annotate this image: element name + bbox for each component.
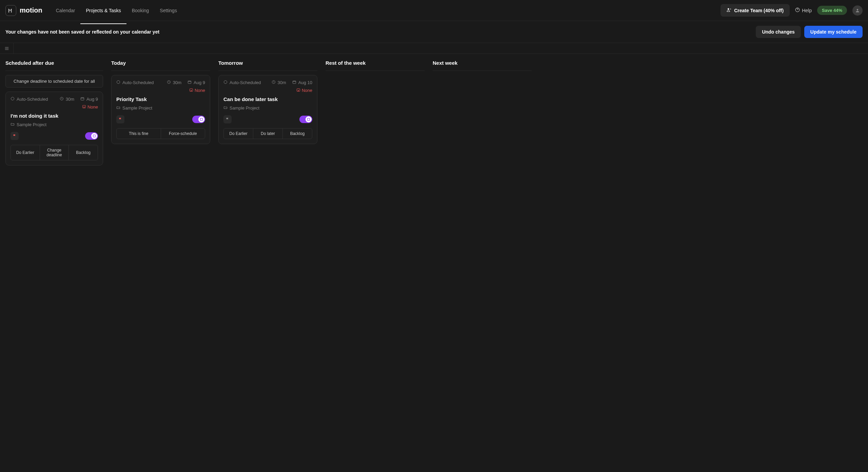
clock-icon xyxy=(60,97,64,102)
flag-icon[interactable] xyxy=(11,132,19,140)
header-right: Create Team (40% off) Help Save 44% xyxy=(721,4,863,17)
schedule-label: Auto-Scheduled xyxy=(122,80,154,85)
task-title: Can be done later task xyxy=(223,96,312,102)
schedule-label: Auto-Scheduled xyxy=(230,80,261,85)
nav-booking[interactable]: Booking xyxy=(126,2,155,19)
flag-toggle-row xyxy=(116,115,205,123)
schedule-label: Auto-Scheduled xyxy=(17,97,48,102)
auto-schedule-toggle[interactable] xyxy=(192,116,205,123)
svg-point-18 xyxy=(224,81,227,84)
folder-icon xyxy=(223,105,228,111)
project-row[interactable]: Sample Project xyxy=(116,105,205,111)
project-row[interactable]: Sample Project xyxy=(223,105,312,111)
auto-schedule-toggle[interactable] xyxy=(299,116,312,123)
do-earlier-button[interactable]: Do Earlier xyxy=(224,129,253,139)
this-is-fine-button[interactable]: This is fine xyxy=(117,129,161,139)
backlog-button[interactable]: Backlog xyxy=(283,129,312,139)
calendar-icon xyxy=(80,97,84,102)
card-actions: This is fine Force-schedule xyxy=(116,128,205,139)
task-card[interactable]: Auto-Scheduled 30m Aug 10 None Can be do… xyxy=(218,75,317,144)
do-later-button[interactable]: Do later xyxy=(253,129,283,139)
svg-rect-8 xyxy=(81,98,84,100)
change-deadline-all-button[interactable]: Change deadline to scheduled date for al… xyxy=(5,75,103,87)
banner-actions: Undo changes Update my schedule xyxy=(756,26,863,38)
svg-rect-16 xyxy=(190,89,193,92)
help-icon xyxy=(795,7,800,13)
svg-point-0 xyxy=(728,8,729,10)
task-card[interactable]: Auto-Scheduled 30m Aug 9 None Priority T… xyxy=(111,75,210,144)
date-label: Aug 9 xyxy=(194,80,205,85)
unsaved-changes-banner: Your changes have not been saved or refl… xyxy=(0,21,868,43)
calendar-x-icon xyxy=(189,88,193,93)
save-pill[interactable]: Save 44% xyxy=(817,6,847,15)
column-header: Tomorrow xyxy=(218,54,317,71)
force-schedule-button[interactable]: Force-schedule xyxy=(161,129,205,139)
column-scheduled-after-due: Scheduled after due Change deadline to s… xyxy=(0,54,107,170)
priority-row: None xyxy=(11,104,98,110)
priority-row: None xyxy=(223,88,312,93)
project-name: Sample Project xyxy=(17,122,46,127)
undo-changes-button[interactable]: Undo changes xyxy=(756,26,801,38)
auto-schedule-toggle[interactable] xyxy=(85,132,98,140)
calendar-icon xyxy=(292,80,296,85)
priority-row: None xyxy=(116,88,205,93)
nav-calendar[interactable]: Calendar xyxy=(51,2,81,19)
flag-icon[interactable] xyxy=(223,115,232,123)
task-card[interactable]: Auto-Scheduled 30m Aug 9 None I'm not do… xyxy=(5,92,103,165)
calendar-icon xyxy=(188,80,192,85)
duration-label: 30m xyxy=(278,80,286,85)
svg-rect-11 xyxy=(93,135,96,137)
svg-rect-14 xyxy=(188,81,191,84)
circle-icon xyxy=(116,80,120,85)
duration-label: 30m xyxy=(66,97,74,102)
flag-toggle-row xyxy=(11,132,98,140)
logo-icon xyxy=(5,5,16,16)
update-schedule-button[interactable]: Update my schedule xyxy=(804,26,863,38)
calendar-x-icon xyxy=(296,88,300,93)
card-actions: Do Earlier Do later Backlog xyxy=(223,128,312,139)
svg-point-12 xyxy=(117,81,120,84)
card-meta-row: Auto-Scheduled 30m Aug 9 xyxy=(11,97,98,102)
logo[interactable]: motion xyxy=(5,5,42,16)
banner-message: Your changes have not been saved or refl… xyxy=(5,29,159,35)
toolbar-row xyxy=(0,43,868,54)
svg-rect-20 xyxy=(293,81,296,84)
kanban-columns: Scheduled after due Change deadline to s… xyxy=(0,54,868,170)
column-tomorrow: Tomorrow Auto-Scheduled 30m Aug 10 None … xyxy=(214,54,321,170)
nav-settings[interactable]: Settings xyxy=(154,2,182,19)
app-header: motion Calendar Projects & Tasks Booking… xyxy=(0,0,868,21)
calendar-x-icon xyxy=(82,104,86,110)
task-title: Priority Task xyxy=(116,96,205,102)
circle-icon xyxy=(11,97,15,102)
column-rest-of-week: Rest of the week xyxy=(321,54,429,170)
sidebar-toggle-icon[interactable] xyxy=(0,43,14,54)
card-meta-row: Auto-Scheduled 30m Aug 9 xyxy=(116,80,205,85)
column-header: Today xyxy=(111,54,210,71)
project-row[interactable]: Sample Project xyxy=(11,122,98,127)
priority-none-badge: None xyxy=(189,88,205,93)
flag-toggle-row xyxy=(223,115,312,123)
avatar[interactable] xyxy=(852,5,863,16)
date-label: Aug 10 xyxy=(298,80,312,85)
card-actions: Do Earlier Change deadline Backlog xyxy=(11,145,98,160)
toggle-knob xyxy=(198,116,204,122)
backlog-button[interactable]: Backlog xyxy=(69,145,98,160)
svg-rect-17 xyxy=(200,118,203,121)
help-label: Help xyxy=(802,8,812,13)
clock-icon xyxy=(167,80,171,85)
duration-label: 30m xyxy=(173,80,181,85)
logo-text: motion xyxy=(20,6,42,14)
task-title: I'm not doing it task xyxy=(11,113,98,119)
folder-icon xyxy=(116,105,120,111)
svg-point-2 xyxy=(857,9,859,11)
folder-icon xyxy=(11,122,15,127)
column-today: Today Auto-Scheduled 30m Aug 9 None Prio… xyxy=(107,54,214,170)
change-deadline-button[interactable]: Change deadline xyxy=(40,145,69,160)
create-team-button[interactable]: Create Team (40% off) xyxy=(721,4,790,17)
priority-none-badge: None xyxy=(82,104,98,110)
flag-icon[interactable] xyxy=(116,115,124,123)
do-earlier-button[interactable]: Do Earlier xyxy=(11,145,40,160)
column-header: Scheduled after due xyxy=(5,54,103,71)
help-link[interactable]: Help xyxy=(795,7,812,13)
nav-projects-tasks[interactable]: Projects & Tasks xyxy=(80,2,126,19)
